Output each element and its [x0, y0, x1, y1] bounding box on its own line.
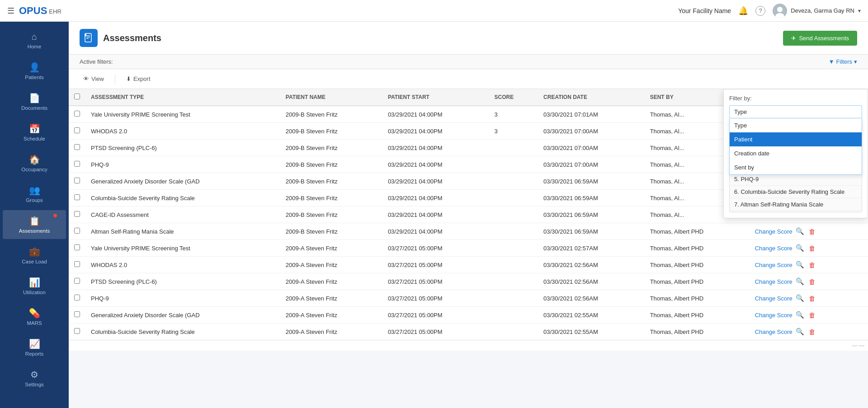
row-score [489, 206, 538, 223]
row-patient-name: 2009-B Steven Fritz [280, 223, 382, 240]
row-patient-start: 03/29/2021 04:00PM [382, 173, 489, 190]
filters-button[interactable]: ▼ Filters ▾ [829, 58, 857, 65]
delete-icon[interactable]: 🗑 [809, 328, 816, 336]
page-header: Assessments ✈ Send Assessments [69, 22, 868, 55]
search-icon[interactable]: 🔍 [796, 328, 804, 336]
change-score-link[interactable]: Change Score [755, 262, 793, 268]
change-score-link[interactable]: Change Score [755, 278, 793, 285]
delete-icon[interactable]: 🗑 [809, 228, 816, 235]
search-icon[interactable]: 🔍 [796, 261, 804, 269]
row-checkbox[interactable] [74, 228, 80, 234]
actions-cell: Change Score 🔍 🗑 [755, 277, 863, 286]
row-sent-by: Thomas, Albert PHD [645, 223, 750, 240]
row-checkbox[interactable] [74, 295, 80, 300]
row-checkbox[interactable] [74, 261, 80, 267]
sidebar-item-schedule[interactable]: 📅 Schedule [3, 118, 66, 147]
sidebar-item-caseload[interactable]: 💼 Case Load [3, 241, 66, 270]
row-assessment-type: Altman Self-Rating Mania Scale [85, 223, 280, 240]
scroll-hint: — — [852, 342, 864, 349]
change-score-link[interactable]: Change Score [755, 328, 793, 335]
topbar: ☰ OPUS EHR Your Facility Name 🔔 ? Deveza… [0, 0, 868, 22]
select-all-checkbox[interactable] [74, 94, 80, 99]
filter-list-item[interactable]: 5. PHQ-9 [730, 173, 862, 186]
row-assessment-type: Generalized Anxiety Disorder Scale (GAD [85, 173, 280, 190]
sidebar-item-label: Assessments [19, 228, 50, 234]
row-checkbox[interactable] [74, 161, 80, 167]
row-checkbox[interactable] [74, 144, 80, 150]
delete-icon[interactable]: 🗑 [809, 261, 816, 269]
schedule-icon: 📅 [29, 123, 40, 134]
avatar [773, 4, 787, 18]
svg-point-1 [777, 7, 783, 12]
row-score [489, 223, 538, 240]
sidebar-item-reports[interactable]: 📈 Reports [3, 333, 66, 362]
sidebar-item-home[interactable]: ⌂ Home [3, 26, 66, 55]
documents-icon: 📄 [29, 93, 40, 103]
search-icon[interactable]: 🔍 [796, 294, 804, 302]
sidebar-item-mars[interactable]: 💊 MARS [3, 302, 66, 331]
row-creation-date: 03/30/2021 06:59AM [538, 173, 645, 190]
delete-icon[interactable]: 🗑 [809, 295, 816, 302]
th-creation-date[interactable]: CREATION DATE [538, 89, 645, 106]
hamburger-icon[interactable]: ☰ [7, 6, 14, 16]
filter-option-type[interactable]: Type [730, 118, 862, 132]
filter-option-patient[interactable]: Patient [730, 132, 862, 146]
row-creation-date: 03/30/2021 02:57AM [538, 240, 645, 257]
table-row: PHQ-9 2009-A Steven Fritz 03/27/2021 05:… [69, 290, 868, 307]
filter-list-item[interactable]: 6. Columbia-Suicide Severity Rating Scal… [730, 186, 862, 198]
delete-icon[interactable]: 🗑 [809, 278, 816, 286]
row-patient-start: 03/29/2021 04:00PM [382, 223, 489, 240]
user-chevron-icon[interactable]: ▾ [858, 8, 861, 14]
change-score-link[interactable]: Change Score [755, 245, 793, 252]
filter-type-select[interactable]: Type [729, 105, 862, 118]
search-icon[interactable]: 🔍 [796, 311, 804, 319]
search-icon[interactable]: 🔍 [796, 244, 804, 252]
sidebar-item-groups[interactable]: 👥 Groups [3, 179, 66, 208]
row-assessment-type: WHODAS 2.0 [85, 123, 280, 140]
sidebar-item-settings[interactable]: ⚙ Settings [3, 364, 66, 393]
export-btn-label: Export [133, 75, 151, 82]
sidebar-item-occupancy[interactable]: 🏠 Occupancy [3, 149, 66, 178]
view-button[interactable]: 👁 View [80, 74, 108, 84]
filter-option-sent-by[interactable]: Sent by [730, 160, 862, 174]
send-assessments-button[interactable]: ✈ Send Assessments [783, 31, 857, 46]
groups-icon: 👥 [29, 185, 40, 196]
row-checkbox[interactable] [74, 328, 80, 334]
filter-list-item[interactable]: 7. Altman Self-Rating Mania Scale [730, 198, 862, 211]
active-filters-label: Active filters: [80, 58, 113, 65]
bell-icon[interactable]: 🔔 [738, 6, 748, 16]
sidebar: ⌂ Home 👤 Patients 📄 Documents 📅 Schedule… [0, 22, 69, 408]
sidebar-item-documents[interactable]: 📄 Documents [3, 87, 66, 116]
search-icon[interactable]: 🔍 [796, 227, 804, 235]
row-checkbox[interactable] [74, 194, 80, 200]
row-sent-by: Thomas, Albert PHD [645, 257, 750, 273]
sidebar-item-utilization[interactable]: 📊 Utilization [3, 272, 66, 300]
user-name[interactable]: Deveza, Garma Gay RN [791, 7, 854, 14]
search-icon[interactable]: 🔍 [796, 277, 804, 286]
row-checkbox[interactable] [74, 178, 80, 183]
filter-option-creation-date[interactable]: Creation date [730, 146, 862, 160]
row-checkbox[interactable] [74, 244, 80, 250]
sidebar-item-patients[interactable]: 👤 Patients [3, 56, 66, 85]
sidebar-item-label: MARS [27, 320, 42, 326]
change-score-link[interactable]: Change Score [755, 312, 793, 319]
row-checkbox[interactable] [74, 211, 80, 217]
change-score-link[interactable]: Change Score [755, 228, 793, 235]
table-row: PTSD Screening (PLC-6) 2009-A Steven Fri… [69, 273, 868, 290]
row-checkbox[interactable] [74, 278, 80, 284]
row-checkbox[interactable] [74, 111, 80, 117]
change-score-link[interactable]: Change Score [755, 295, 793, 302]
row-creation-date: 03/30/2021 07:00AM [538, 140, 645, 156]
row-patient-name: 2009-A Steven Fritz [280, 240, 382, 257]
delete-icon[interactable]: 🗑 [809, 311, 816, 319]
sidebar-item-assessments[interactable]: 📋 Assessments [3, 210, 66, 239]
row-checkbox[interactable] [74, 127, 80, 133]
filter-list-item[interactable]: 8. PTSD Screening (PLC-6) [730, 211, 862, 212]
row-score [489, 156, 538, 173]
sidebar-item-label: Schedule [24, 136, 45, 141]
row-checkbox[interactable] [74, 311, 80, 317]
delete-icon[interactable]: 🗑 [809, 244, 816, 252]
export-button[interactable]: ⬇ Export [123, 74, 154, 84]
help-icon[interactable]: ? [755, 6, 765, 16]
row-creation-date: 03/30/2021 06:59AM [538, 206, 645, 223]
